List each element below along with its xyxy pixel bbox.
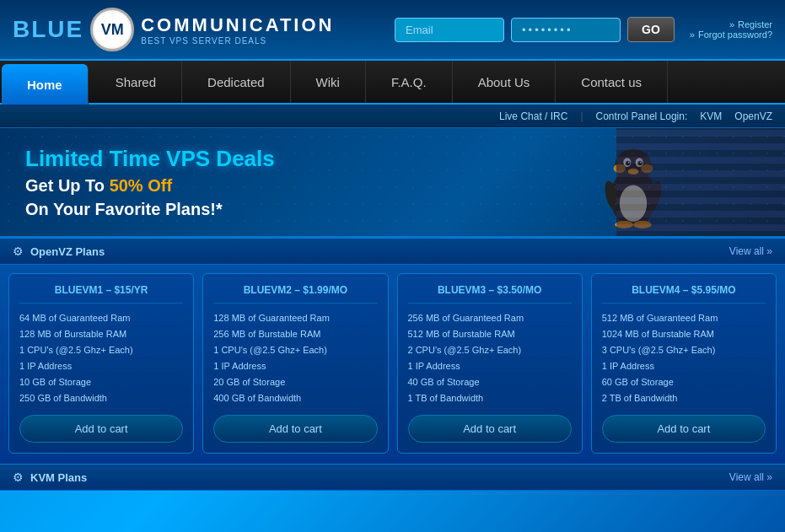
plan-feature-4-1: 1024 MB of Burstable RAM — [602, 326, 766, 342]
plan-feature-3-1: 512 MB of Burstable RAM — [408, 326, 572, 342]
header-right: •••••••• GO Register Forgot password? — [395, 17, 772, 42]
banner-title: Limited Time VPS Deals — [25, 146, 507, 172]
add-to-cart-button-4[interactable]: Add to cart — [602, 415, 766, 443]
nav-item-wiki[interactable]: Wiki — [291, 61, 366, 103]
plan-title-1: BLUEVM1 – $15/YR — [19, 284, 183, 304]
register-link[interactable]: Register — [729, 19, 772, 30]
plan-card-bluevm4: BLUEVM4 – $5.95/MO 512 MB of Guaranteed … — [591, 273, 777, 454]
subnav-separator: | — [580, 110, 583, 122]
openvz-view-all[interactable]: View all » — [729, 245, 772, 257]
plan-feature-1-3: 1 IP Address — [19, 358, 183, 374]
plan-feature-1-1: 128 MB of Burstable RAM — [19, 326, 183, 342]
plan-feature-4-2: 3 CPU's (@2.5 Ghz+ Each) — [602, 342, 766, 358]
plan2-btn-wrap: Add to cart — [213, 415, 377, 443]
plan-feature-4-0: 512 MB of Guaranteed Ram — [602, 310, 766, 326]
logo-sub-text: BEST VPS SERVER DEALS — [141, 36, 334, 46]
nav-item-shared[interactable]: Shared — [90, 61, 182, 103]
plan-feature-4-5: 2 TB of Bandwidth — [602, 390, 766, 406]
logo-blue-text: BLUE — [13, 16, 83, 43]
plan-feature-2-2: 1 CPU's (@2.5 Ghz+ Each) — [213, 342, 377, 358]
logo-area: BLUE VM COMMUNICATION BEST VPS SERVER DE… — [13, 8, 395, 51]
logo-comm-text: COMMUNICATION — [141, 14, 334, 36]
nav-item-contact[interactable]: Contact us — [556, 61, 668, 103]
banner-subtitle: Get Up To 50% Off — [25, 176, 507, 196]
openvz-plans-section: ⚙ OpenVZ Plans View all » BLUEVM1 – $15/… — [0, 238, 785, 491]
plan-feature-1-2: 1 CPU's (@2.5 Ghz+ Each) — [19, 342, 183, 358]
plan-feature-3-5: 1 TB of Bandwidth — [408, 390, 572, 406]
banner-text: Limited Time VPS Deals Get Up To 50% Off… — [25, 146, 507, 219]
plan-feature-2-4: 20 GB of Storage — [213, 374, 377, 390]
email-input[interactable] — [395, 18, 504, 42]
add-to-cart-button-3[interactable]: Add to cart — [408, 415, 572, 443]
plan-feature-3-2: 2 CPU's (@2.5 Ghz+ Each) — [408, 342, 572, 358]
server-racks-bg — [616, 128, 785, 238]
forgot-password-link[interactable]: Forgot password? — [690, 30, 772, 40]
plan-feature-3-4: 40 GB of Storage — [408, 374, 572, 390]
openvz-plans-grid: BLUEVM1 – $15/YR 64 MB of Guaranteed Ram… — [0, 265, 785, 462]
plan-card-bluevm1: BLUEVM1 – $15/YR 64 MB of Guaranteed Ram… — [8, 273, 194, 454]
nav-item-dedicated[interactable]: Dedicated — [182, 61, 291, 103]
logo-communication: COMMUNICATION BEST VPS SERVER DEALS — [141, 14, 334, 46]
plan-feature-3-0: 256 MB of Guaranteed Ram — [408, 310, 572, 326]
plan-feature-1-5: 250 GB of Bandwidth — [19, 390, 183, 406]
main-nav: Home Shared Dedicated Wiki F.A.Q. About … — [0, 61, 785, 105]
plan-card-bluevm2: BLUEVM2 – $1.99/MO 128 MB of Guaranteed … — [202, 273, 388, 454]
banner-pre-text: Get Up To — [25, 176, 110, 195]
plan-card-bluevm3: BLUEVM3 – $3.50/MO 256 MB of Guaranteed … — [397, 273, 583, 454]
password-display: •••••••• — [511, 18, 621, 42]
live-chat-link[interactable]: Live Chat / IRC — [499, 110, 567, 122]
banner-highlight: 50% Off — [110, 176, 172, 195]
plan1-btn-wrap: Add to cart — [19, 415, 183, 443]
openvz-link[interactable]: OpenVZ — [734, 110, 772, 122]
plan3-btn-wrap: Add to cart — [408, 415, 572, 443]
plan-title-3: BLUEVM3 – $3.50/MO — [408, 284, 572, 304]
plan-feature-4-3: 1 IP Address — [602, 358, 766, 374]
logo-vm-circle: VM — [90, 8, 134, 51]
nav-item-faq[interactable]: F.A.Q. — [366, 61, 453, 103]
subnav: Live Chat / IRC | Control Panel Login: K… — [0, 105, 785, 128]
kvm-link[interactable]: KVM — [700, 110, 722, 122]
add-to-cart-button-2[interactable]: Add to cart — [213, 415, 377, 443]
header: BLUE VM COMMUNICATION BEST VPS SERVER DE… — [0, 0, 785, 61]
plan-feature-2-1: 256 MB of Burstable RAM — [213, 326, 377, 342]
banner-line3: On Your Favorite Plans!* — [25, 200, 507, 219]
plan-feature-2-0: 128 MB of Guaranteed Ram — [213, 310, 377, 326]
kvm-plans-header: ⚙ KVM Plans View all » — [0, 464, 785, 491]
plan4-btn-wrap: Add to cart — [602, 415, 766, 443]
promo-banner: Limited Time VPS Deals Get Up To 50% Off… — [0, 128, 785, 238]
plan-feature-1-4: 10 GB of Storage — [19, 374, 183, 390]
kvm-icon: ⚙ — [13, 470, 24, 484]
kvm-plans-title: KVM Plans — [30, 471, 729, 484]
control-panel-label: Control Panel Login: — [596, 110, 688, 122]
kvm-view-all[interactable]: View all » — [729, 471, 772, 483]
openvz-plans-header: ⚙ OpenVZ Plans View all » — [0, 238, 785, 265]
nav-item-home[interactable]: Home — [2, 64, 89, 105]
header-links: Register Forgot password? — [690, 19, 772, 40]
plan-feature-4-4: 60 GB of Storage — [602, 374, 766, 390]
plan-feature-3-3: 1 IP Address — [408, 358, 572, 374]
plan-title-2: BLUEVM2 – $1.99/MO — [213, 284, 377, 304]
plan-feature-2-3: 1 IP Address — [213, 358, 377, 374]
add-to-cart-button-1[interactable]: Add to cart — [19, 415, 183, 443]
go-button[interactable]: GO — [627, 17, 675, 42]
openvz-plans-title: OpenVZ Plans — [30, 245, 729, 258]
openvz-icon: ⚙ — [13, 245, 24, 258]
plan-feature-2-5: 400 GB of Bandwidth — [213, 390, 377, 406]
nav-item-about[interactable]: About Us — [453, 61, 556, 103]
plan-title-4: BLUEVM4 – $5.95/MO — [602, 284, 766, 304]
plan-feature-1-0: 64 MB of Guaranteed Ram — [19, 310, 183, 326]
